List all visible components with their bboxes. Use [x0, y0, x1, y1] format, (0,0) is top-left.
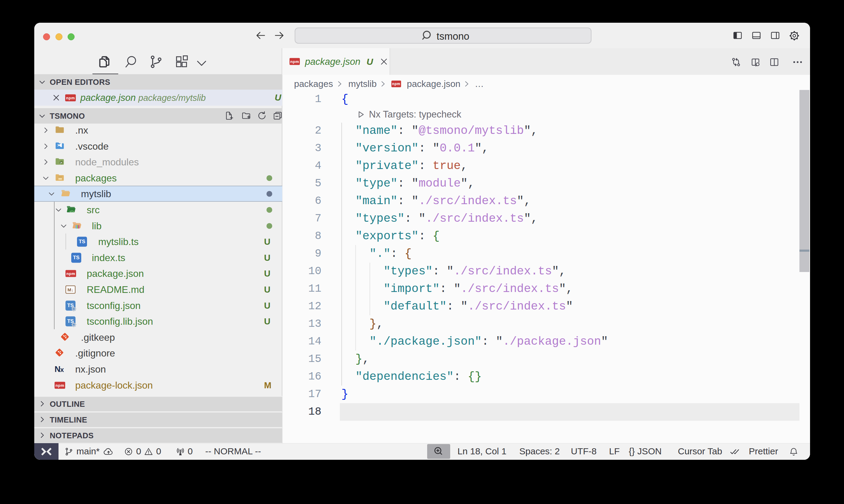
svg-text:js: js: [60, 161, 62, 164]
svg-text:</>: </>: [69, 209, 74, 213]
